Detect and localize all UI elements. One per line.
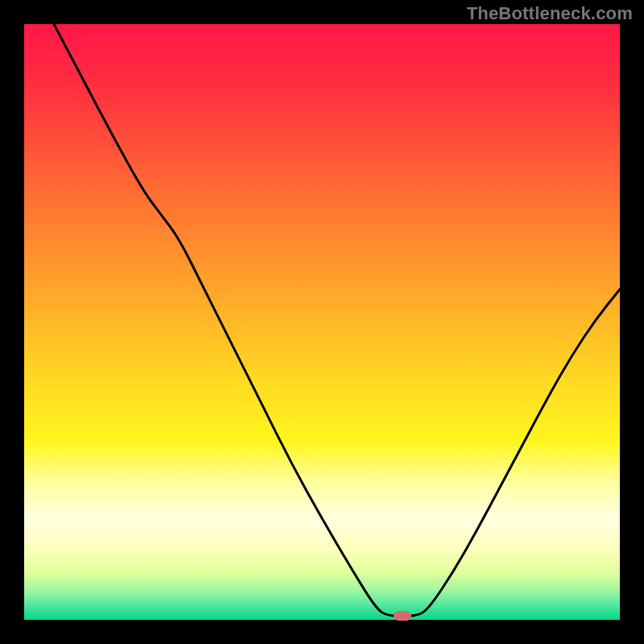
optimal-point-marker [394, 611, 411, 621]
chart-container: TheBottleneck.com [0, 0, 644, 644]
watermark-text: TheBottleneck.com [467, 3, 633, 24]
plot-area [24, 24, 620, 620]
gradient-background [24, 24, 620, 620]
